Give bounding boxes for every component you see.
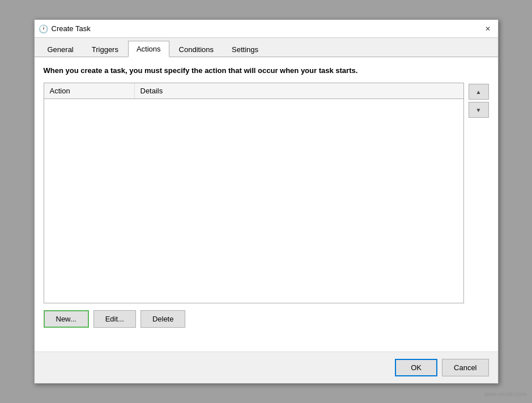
watermark: www.wsxdn.com — [484, 391, 526, 397]
tab-settings[interactable]: Settings — [223, 41, 267, 57]
table-area: Action Details ▲ ▼ — [44, 83, 489, 303]
actions-table: Action Details — [44, 83, 464, 303]
move-up-button[interactable]: ▲ — [469, 84, 489, 100]
title-bar: 🕐 Create Task ✕ — [35, 20, 498, 38]
cancel-button[interactable]: Cancel — [442, 359, 488, 376]
tab-actions[interactable]: Actions — [128, 41, 169, 57]
tab-conditions[interactable]: Conditions — [171, 41, 222, 57]
action-buttons: New... Edit... Delete — [44, 310, 489, 328]
new-button[interactable]: New... — [44, 310, 89, 328]
move-down-button[interactable]: ▼ — [469, 102, 489, 118]
arrow-buttons: ▲ ▼ — [469, 83, 489, 303]
title-bar-left: 🕐 Create Task — [39, 24, 91, 33]
tab-general[interactable]: General — [39, 41, 82, 57]
main-window: 🕐 Create Task ✕ General Triggers Actions… — [34, 19, 499, 384]
action-column-header: Action — [44, 83, 135, 98]
table-header: Action Details — [44, 83, 463, 99]
dialog-footer: OK Cancel — [35, 351, 498, 383]
tab-content: When you create a task, you must specify… — [35, 57, 498, 351]
tab-triggers[interactable]: Triggers — [83, 41, 127, 57]
description-text: When you create a task, you must specify… — [44, 66, 489, 75]
window-title: Create Task — [52, 24, 91, 33]
window-icon: 🕐 — [39, 24, 48, 33]
ok-button[interactable]: OK — [395, 359, 437, 376]
details-column-header: Details — [135, 83, 463, 98]
close-button[interactable]: ✕ — [482, 23, 493, 35]
tab-bar: General Triggers Actions Conditions Sett… — [35, 38, 498, 57]
table-body — [44, 99, 463, 291]
edit-button[interactable]: Edit... — [93, 310, 136, 328]
delete-button[interactable]: Delete — [141, 310, 186, 328]
